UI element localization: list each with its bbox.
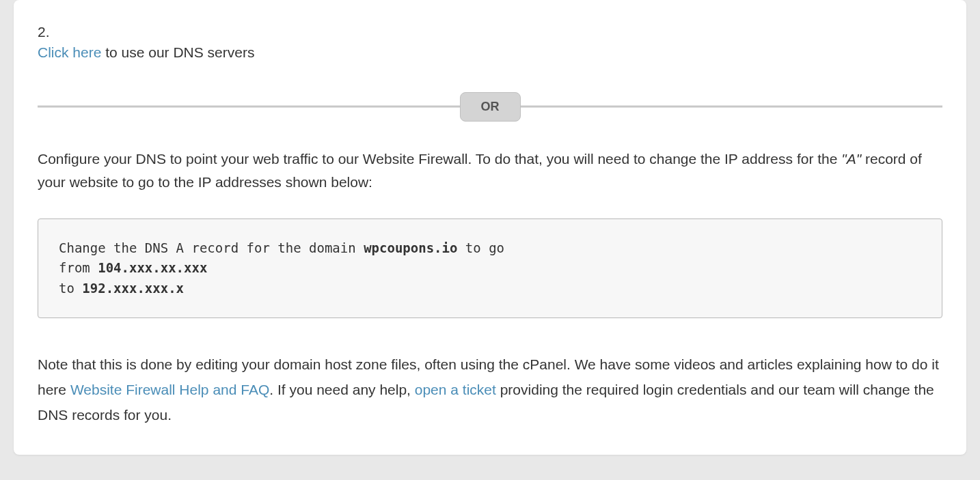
or-badge: OR	[460, 92, 521, 122]
code-line-3: to 192.xxx.xxx.x	[59, 279, 921, 298]
code-line-1: Change the DNS A record for the domain w…	[59, 238, 921, 258]
code-line1-suffix: to go	[457, 240, 504, 255]
configure-prefix: Configure your DNS to point your web tra…	[38, 151, 841, 167]
note-part2: . If you need any help,	[269, 382, 414, 397]
note-text: Note that this is done by editing your d…	[38, 352, 942, 427]
open-ticket-link[interactable]: open a ticket	[415, 382, 496, 397]
step-number: 2.	[38, 24, 942, 40]
dns-code-box: Change the DNS A record for the domain w…	[38, 218, 942, 318]
configure-quoted: "A"	[841, 151, 861, 167]
code-line1-prefix: Change the DNS A record for the domain	[59, 240, 364, 255]
dns-server-suffix: to use our DNS servers	[101, 44, 254, 60]
instruction-card: 2. Click here to use our DNS servers OR …	[14, 0, 966, 455]
code-line3-prefix: to	[59, 281, 82, 296]
or-divider: OR	[38, 92, 942, 122]
configure-text: Configure your DNS to point your web tra…	[38, 147, 942, 195]
firewall-faq-link[interactable]: Website Firewall Help and FAQ	[70, 382, 269, 397]
code-from-ip: 104.xxx.xx.xxx	[98, 260, 207, 275]
code-line-2: from 104.xxx.xx.xxx	[59, 258, 921, 278]
code-line2-prefix: from	[59, 260, 98, 275]
dns-server-text: Click here to use our DNS servers	[38, 42, 942, 63]
code-domain: wpcoupons.io	[364, 240, 457, 255]
click-here-link[interactable]: Click here	[38, 44, 101, 60]
code-to-ip: 192.xxx.xxx.x	[82, 281, 184, 296]
